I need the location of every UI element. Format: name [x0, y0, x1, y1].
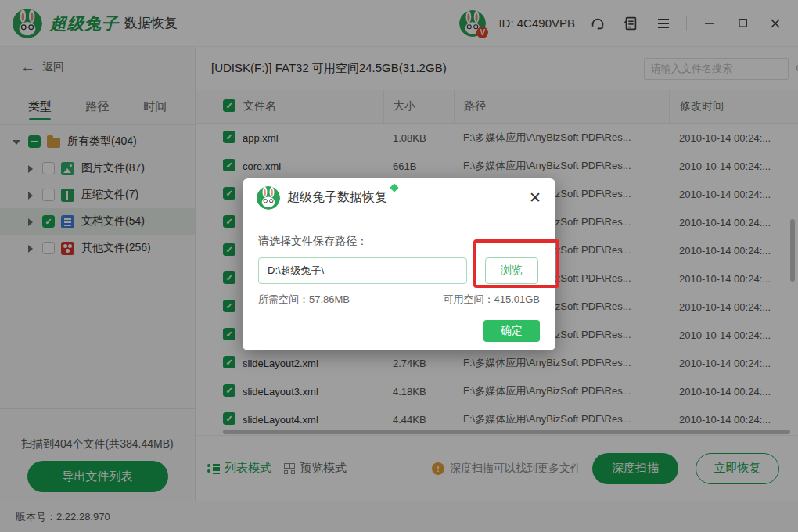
dialog-close-icon[interactable]: ✕ — [529, 190, 541, 205]
sparkle-icon — [390, 183, 398, 192]
available-space: 可用空间：415.01GB — [443, 293, 540, 307]
annotation-highlight-box — [473, 239, 559, 288]
dialog-titlebar: 超级兔子数据恢复 ✕ — [243, 178, 555, 217]
save-path-input[interactable] — [258, 257, 467, 284]
confirm-button[interactable]: 确定 — [483, 320, 540, 342]
required-space: 所需空间：57.86MB — [258, 293, 350, 307]
dialog-logo-rabbit-icon — [257, 186, 280, 210]
dialog-title: 超级兔子数据恢复 — [287, 189, 387, 206]
